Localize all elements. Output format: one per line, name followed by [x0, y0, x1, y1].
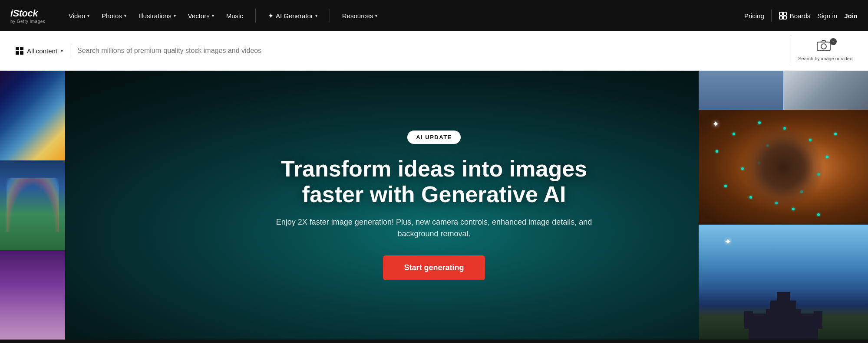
right-top-thumbnails — [699, 71, 868, 110]
navbar: iStock by Getty Images Video ▾ Photos ▾ … — [0, 0, 868, 31]
ai-update-badge: AI UPDATE — [407, 131, 461, 144]
search-input[interactable] — [77, 47, 784, 55]
search-bar: All content ▾ ↑ Search by image or video — [0, 31, 868, 71]
image-mountain-sunset — [0, 71, 65, 160]
image-rainbow-landscape — [0, 160, 65, 250]
image-statue — [0, 250, 65, 340]
filter-label: All content — [27, 47, 57, 55]
thumbnail-1 — [699, 71, 783, 110]
svg-rect-8 — [777, 292, 790, 305]
hero-section: ✦ ✦ AI UPDATE Transform i — [0, 71, 868, 340]
nav-right: Pricing Boards Sign in Join — [744, 10, 858, 22]
search-input-wrap[interactable] — [70, 47, 791, 55]
logo-name: iStock — [10, 8, 50, 19]
chevron-down-icon: ▾ — [174, 13, 176, 18]
nav-resources[interactable]: Resources ▾ — [337, 9, 383, 23]
chevron-down-icon: ▾ — [212, 13, 214, 18]
svg-rect-10 — [794, 309, 801, 322]
nav-vectors[interactable]: Vectors ▾ — [183, 9, 219, 23]
chevron-down-icon: ▾ — [315, 13, 317, 18]
nav-right-divider — [771, 10, 772, 22]
sign-in-button[interactable]: Sign in — [817, 12, 837, 20]
nav-video[interactable]: Video ▾ — [63, 9, 95, 23]
left-image-strip — [0, 71, 65, 340]
nav-divider-2 — [330, 9, 330, 23]
image-castle: ✦ — [699, 225, 868, 340]
nav-ai-generator[interactable]: ✦ AI Generator ▾ — [263, 8, 323, 23]
boards-icon — [779, 11, 787, 20]
nav-divider — [255, 9, 256, 23]
svg-rect-2 — [779, 16, 782, 19]
image-eye-ai: ✦ — [699, 110, 868, 225]
chevron-down-icon: ▾ — [87, 13, 89, 18]
search-by-image-label: Search by image or video — [798, 56, 852, 62]
svg-point-5 — [821, 44, 826, 49]
svg-rect-3 — [783, 16, 786, 19]
right-image-strip: ✦ ✦ — [699, 71, 868, 340]
svg-rect-9 — [766, 309, 772, 322]
join-button[interactable]: Join — [844, 12, 858, 20]
eye-bg — [699, 110, 868, 225]
upload-icon: ↑ — [830, 38, 837, 45]
nav-items: Video ▾ Photos ▾ Illustrations ▾ Vectors… — [63, 8, 744, 23]
sparkle-decoration-2: ✦ — [724, 236, 732, 247]
content-filter-dropdown[interactable]: All content ▾ — [9, 43, 70, 58]
pricing-link[interactable]: Pricing — [744, 12, 764, 20]
svg-rect-1 — [783, 12, 786, 15]
hero-title: Transform ideas into images faster with … — [261, 156, 608, 208]
chevron-down-icon: ▾ — [124, 13, 126, 18]
castle-silhouette — [740, 287, 827, 340]
sparkle-icon: ✦ — [268, 12, 274, 20]
nav-illustrations[interactable]: Illustrations ▾ — [133, 9, 181, 23]
logo[interactable]: iStock by Getty Images — [10, 8, 50, 24]
svg-rect-0 — [779, 12, 782, 15]
thumbnail-2 — [784, 71, 868, 110]
logo-sub: by Getty Images — [10, 19, 50, 24]
chevron-down-icon: ▾ — [61, 49, 63, 53]
search-by-image-button[interactable]: ↑ Search by image or video — [791, 37, 859, 64]
grid-icon — [16, 47, 23, 55]
nav-music[interactable]: Music — [221, 9, 248, 23]
sparkle-decoration: ✦ — [712, 119, 719, 129]
nav-photos[interactable]: Photos ▾ — [96, 9, 132, 23]
start-generating-button[interactable]: Start generating — [383, 255, 485, 280]
chevron-down-icon: ▾ — [375, 13, 377, 18]
camera-icon: ↑ — [817, 40, 834, 54]
boards-link[interactable]: Boards — [779, 11, 811, 20]
svg-rect-11 — [744, 311, 753, 329]
svg-rect-12 — [814, 311, 822, 329]
hero-content: AI UPDATE Transform ideas into images fa… — [174, 131, 695, 281]
teal-dots-overlay — [699, 110, 868, 225]
hero-subtitle: Enjoy 2X faster image generation! Plus, … — [261, 216, 608, 240]
